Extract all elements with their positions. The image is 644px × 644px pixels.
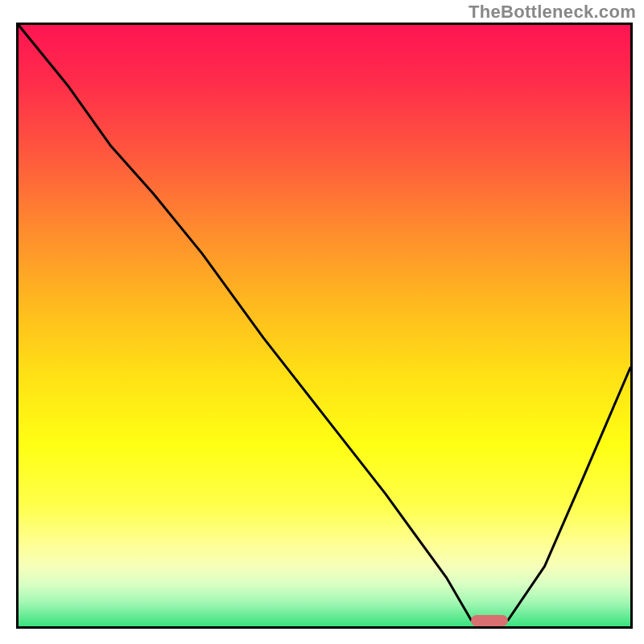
curve-layer [19,25,630,626]
optimal-marker [471,615,508,626]
watermark: TheBottleneck.com [469,2,636,23]
bottleneck-chart [16,23,633,629]
